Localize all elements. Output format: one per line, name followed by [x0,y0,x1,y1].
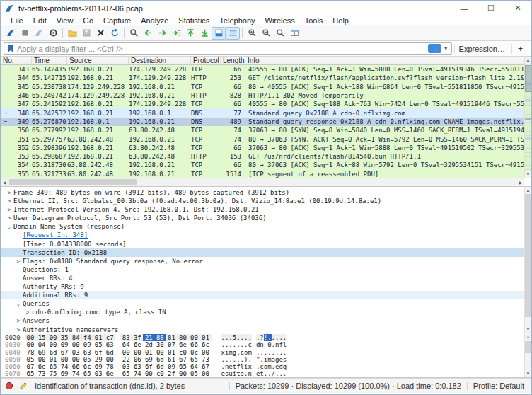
menu-statistics[interactable]: Statistics [173,16,214,25]
menu-edit[interactable]: Edit [28,16,52,25]
close-file-icon[interactable] [93,27,108,40]
hex-row-0040[interactable]: 004078696d6703636f6d0000010001c00c00ximg… [1,349,526,356]
close-button[interactable]: ✕ [504,1,531,16]
detail-row[interactable]: ⌄Queries [1,299,526,308]
details-vscrollbar[interactable]: ▲ ▼ [524,187,531,333]
packet-row-346[interactable]: 34665.240742174.129.249.228192.168.0.21H… [1,91,526,100]
detail-row[interactable]: Questions: 1 [1,265,526,274]
packet-row-347[interactable]: 34765.241592192.168.0.21174.129.249.228T… [1,100,526,108]
menu-analyze[interactable]: Analyze [136,16,173,25]
packet-list-hscroll-thumb[interactable] [9,179,137,185]
scroll-up-arrow-icon[interactable]: ▲ [525,57,531,64]
chevron-right-icon[interactable]: > [14,326,23,334]
detail-row[interactable]: Transaction ID: 0x2188 [1,248,526,257]
packet-row-351[interactable]: 35165.29775763.80.242.48192.168.0.21TCP7… [1,134,526,143]
detail-row[interactable]: >Answers [1,316,526,325]
display-filter-input[interactable] [17,44,428,54]
detail-row[interactable]: Additional RRs: 9 [1,291,526,299]
restart-capture-icon[interactable] [32,27,46,40]
apply-filter-button[interactable]: → [428,44,441,53]
packet-row-349[interactable]: ←34965.276870192.168.0.1192.168.0.21DNS4… [1,118,526,126]
detail-row[interactable]: [Time: 0.034338000 seconds] [1,240,526,248]
find-packet-icon[interactable] [127,27,141,40]
go-to-packet-icon[interactable] [169,27,183,40]
filter-dropdown-caret[interactable]: ▼ [442,46,450,51]
go-first-packet-icon[interactable] [183,27,197,40]
column-header-protocol[interactable]: Protocol [191,57,221,64]
chevron-right-icon[interactable]: > [14,258,23,265]
column-header-time[interactable]: Time [32,57,67,64]
hex-row-0060[interactable]: 0060076e6574666c697803636f6d09656467.net… [1,363,526,370]
go-forward-icon[interactable] [155,27,169,40]
menu-capture[interactable]: Capture [98,16,136,25]
detail-row[interactable]: >Internet Protocol Version 4, Src: 192.1… [1,205,526,214]
hex-vscrollbar[interactable]: ▲ ▼ [524,333,531,377]
scroll-up-arrow-icon[interactable]: ▲ [525,333,531,340]
menu-file[interactable]: File [6,16,28,25]
start-capture-icon[interactable] [4,27,18,40]
column-header-no[interactable]: No. [1,57,32,64]
scroll-left-arrow-icon[interactable]: ◀ [1,180,8,185]
add-filter-button[interactable]: + [511,44,528,54]
menu-view[interactable]: View [52,16,79,25]
chevron-right-icon[interactable]: > [5,214,13,222]
expert-info-icon[interactable] [4,381,15,391]
detail-row[interactable]: >User Datagram Protocol, Src Port: 53 (5… [1,214,526,222]
detail-row[interactable]: Answer RRs: 4 [1,274,526,282]
open-file-icon[interactable] [65,27,79,40]
column-header-destination[interactable]: Destination [129,57,191,64]
hex-row-0070[interactable]: 0070657375697465036e657400c02f000500esui… [1,370,526,377]
zoom-reset-icon[interactable] [273,27,287,40]
packet-row-350[interactable]: 35065.277992192.168.0.2163.80.242.48TCP7… [1,126,526,134]
auto-scroll-icon[interactable] [212,27,226,40]
maximize-button[interactable]: ☐ [478,1,504,16]
packet-row-353[interactable]: 35365.298687192.168.0.2163.80.242.48HTTP… [1,152,526,161]
capture-options-icon[interactable] [46,27,60,40]
column-header-length[interactable]: Length [221,57,245,64]
scroll-right-arrow-icon[interactable]: ▶ [517,180,524,185]
scroll-up-arrow-icon[interactable]: ▲ [525,187,531,194]
detail-row[interactable]: >Flags: 0x8180 Standard query response, … [1,257,526,265]
chevron-right-icon[interactable]: > [14,317,23,325]
packet-row-352[interactable]: 35265.298396192.168.0.2163.80.242.48TCP6… [1,144,526,152]
detail-row[interactable]: Authority RRs: 9 [1,282,526,291]
reload-file-icon[interactable] [108,27,122,40]
hex-row-0050[interactable]: 005005000100000529002206696d61676573....… [1,356,526,363]
stop-capture-icon[interactable] [18,27,32,40]
menu-help[interactable]: Help [328,16,354,25]
chevron-right-icon[interactable]: > [5,189,13,197]
packet-row-355[interactable]: 35565.32173363.80.242.48192.168.0.21TCP1… [1,170,526,178]
detail-row[interactable]: >Ethernet II, Src: Globalsc_00:3b:0a (f0… [1,197,526,205]
detail-row[interactable]: >Authoritative nameservers [1,326,526,334]
resize-columns-icon[interactable] [287,27,301,40]
expression-button[interactable]: Expression… [454,45,509,53]
column-header-info[interactable]: Info [245,57,526,64]
filter-bookmark-icon[interactable] [6,44,15,53]
go-last-packet-icon[interactable] [197,27,212,40]
scroll-down-arrow-icon[interactable]: ▼ [525,370,531,377]
minimize-button[interactable]: — [451,1,478,16]
packet-row-343[interactable]: 34365.142415192.168.0.21174.129.249.228T… [1,65,526,74]
packet-list-scroll-thumb[interactable] [525,65,531,92]
zoom-out-icon[interactable] [259,27,273,40]
save-file-icon[interactable] [79,27,93,40]
scroll-down-arrow-icon[interactable]: ▼ [525,326,531,333]
details-scroll-thumb[interactable] [525,194,531,317]
detail-row[interactable]: ⌄Domain Name System (response) [1,222,526,231]
hex-row-0030[interactable]: 00300004000900090563646e2d30076e666c....… [1,341,526,348]
hex-row-0020[interactable]: 00200015003584f401c7833f218881800001...5… [1,334,526,341]
hex-scroll-thumb[interactable] [525,341,531,353]
menu-go[interactable]: Go [78,16,98,25]
capture-comment-icon[interactable] [18,381,29,391]
packet-row-348[interactable]: →34865.242532192.168.0.21192.168.0.1DNS7… [1,108,526,117]
zoom-in-icon[interactable] [245,27,259,40]
menu-telephony[interactable]: Telephony [214,16,260,25]
column-header-source[interactable]: Source [67,57,129,64]
packet-row-354[interactable]: 35465.31873063.80.242.48192.168.0.21TCP6… [1,161,526,169]
packet-list-hscrollbar[interactable]: ◀ ▶ [1,178,524,186]
colorize-icon[interactable] [226,27,240,40]
packet-list-vscrollbar[interactable]: ▲ ▼ [524,57,531,178]
packet-row-344[interactable]: 34465.142715192.168.0.21174.129.249.228H… [1,74,526,82]
chevron-down-icon[interactable]: ⌄ [14,300,23,308]
go-back-icon[interactable] [141,27,155,40]
